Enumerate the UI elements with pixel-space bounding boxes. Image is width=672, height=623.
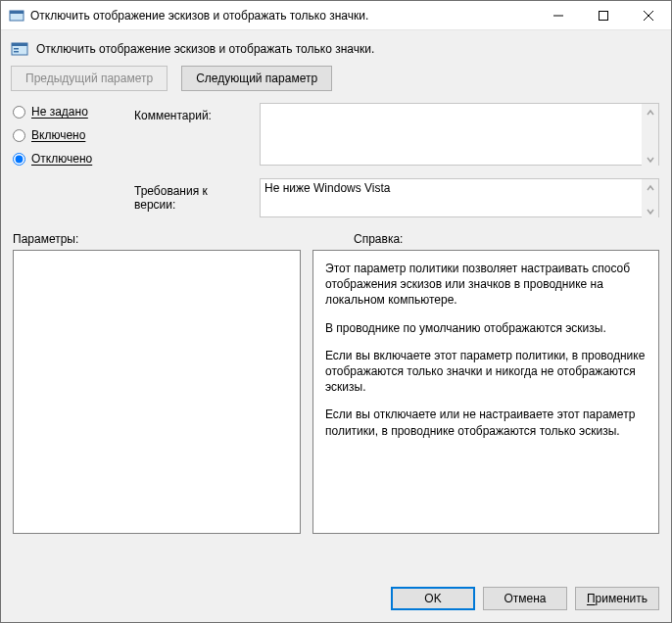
svg-rect-3 [600, 11, 608, 20]
panes: Этот параметр политики позволяет настраи… [1, 250, 671, 575]
nav-row: Предыдущий параметр Следующий параметр [1, 66, 671, 103]
client-area: Отключить отображение эскизов и отобража… [1, 30, 671, 622]
svg-rect-7 [12, 43, 27, 46]
comment-field[interactable] [260, 103, 659, 166]
settings-grid: Не задано Включено Отключено Комментарий… [1, 103, 671, 220]
close-button[interactable] [626, 1, 671, 29]
titlebar: Отключить отображение эскизов и отобража… [1, 1, 671, 30]
radio-not-configured-label: Не задано [31, 105, 88, 119]
svg-rect-9 [14, 51, 19, 53]
supported-field [260, 178, 659, 217]
help-p2: В проводнике по умолчанию отображаются э… [325, 320, 647, 336]
minimize-button[interactable] [536, 1, 581, 29]
radio-enabled-label: Включено [31, 128, 85, 142]
app-icon [9, 8, 24, 24]
help-pane: Этот параметр политики позволяет настраи… [312, 250, 659, 534]
options-pane [13, 250, 301, 534]
cancel-button[interactable]: Отмена [483, 587, 567, 610]
window-title: Отключить отображение эскизов и отобража… [30, 9, 536, 23]
radio-not-configured-input[interactable] [13, 106, 25, 119]
policy-header: Отключить отображение эскизов и отобража… [1, 30, 671, 66]
apply-underline: П [587, 592, 596, 605]
help-p3: Если вы включаете этот параметр политики… [325, 348, 647, 396]
next-setting-button[interactable]: Следующий параметр [181, 66, 332, 91]
policy-title: Отключить отображение эскизов и отобража… [36, 42, 374, 56]
help-p1: Этот параметр политики позволяет настраи… [325, 261, 647, 309]
radio-enabled-input[interactable] [13, 129, 25, 142]
pane-labels: Параметры: Справка: [1, 220, 671, 250]
supported-label: Требования к версии: [134, 178, 252, 212]
window-buttons [536, 1, 671, 29]
supported-wrap [260, 178, 659, 220]
window: Отключить отображение эскизов и отобража… [0, 0, 672, 623]
state-radios: Не задано Включено Отключено [13, 103, 126, 166]
apply-button[interactable]: Применить [575, 587, 659, 610]
apply-rest: рименить [596, 592, 648, 605]
radio-disabled-label: Отключено [31, 152, 92, 166]
ok-button[interactable]: OK [391, 587, 475, 610]
options-label: Параметры: [13, 232, 354, 246]
radio-disabled[interactable]: Отключено [13, 152, 126, 166]
help-label: Справка: [354, 232, 403, 246]
comment-wrap [260, 103, 659, 168]
policy-icon [11, 40, 28, 58]
svg-rect-1 [10, 11, 24, 14]
svg-rect-8 [14, 48, 19, 50]
previous-setting-button[interactable]: Предыдущий параметр [11, 66, 168, 91]
radio-not-configured[interactable]: Не задано [13, 105, 126, 119]
dialog-footer: OK Отмена Применить [1, 575, 671, 622]
maximize-button[interactable] [581, 1, 626, 29]
help-p4: Если вы отключаете или не настраиваете э… [325, 407, 647, 438]
comment-label: Комментарий: [134, 103, 252, 122]
radio-enabled[interactable]: Включено [13, 128, 126, 142]
radio-disabled-input[interactable] [13, 153, 25, 166]
